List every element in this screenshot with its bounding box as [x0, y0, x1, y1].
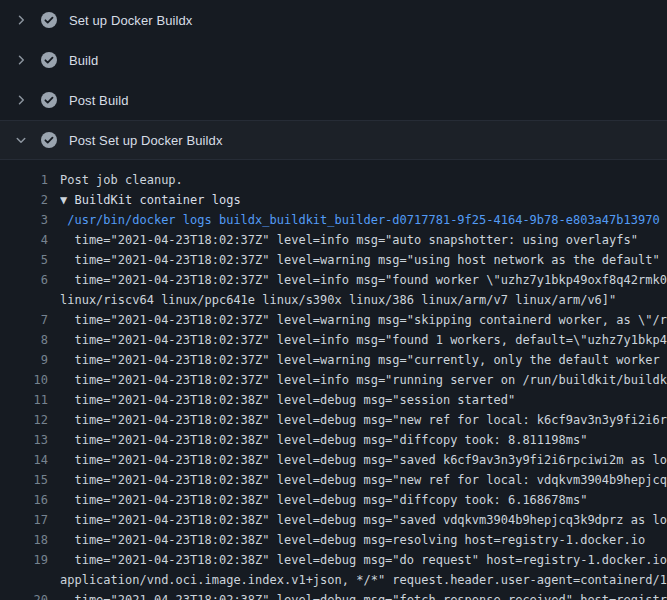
line-text: linux/riscv64 linux/ppc641e linux/s390x … — [60, 290, 667, 310]
line-number[interactable]: 11 — [0, 390, 48, 410]
log-line: 1 Post job cleanup. — [0, 170, 667, 190]
line-text: time="2021-04-23T18:02:38Z" level=debug … — [60, 590, 667, 600]
line-text: Post job cleanup. — [60, 170, 667, 190]
steps-list: Set up Docker Buildx Build Post Build Po… — [0, 0, 667, 160]
log-line: 3 /usr/bin/docker logs buildx_buildkit_b… — [0, 210, 667, 230]
line-text: time="2021-04-23T18:02:38Z" level=debug … — [60, 390, 667, 410]
log-line: 6 time="2021-04-23T18:02:37Z" level=info… — [0, 270, 667, 290]
log-line: 17 time="2021-04-23T18:02:38Z" level=deb… — [0, 510, 667, 530]
line-text: time="2021-04-23T18:02:37Z" level=info m… — [60, 230, 667, 250]
collapse-triangle-icon[interactable]: ▼ — [60, 193, 74, 207]
log-line: 8 time="2021-04-23T18:02:37Z" level=info… — [0, 330, 667, 350]
chevron-right-icon — [13, 12, 29, 28]
line-number[interactable]: 19 — [0, 550, 48, 570]
line-number[interactable]: 14 — [0, 450, 48, 470]
section-header-set-up-docker-buildx[interactable]: Set up Docker Buildx — [0, 0, 667, 40]
line-text: time="2021-04-23T18:02:37Z" level=warnin… — [60, 250, 667, 270]
line-number[interactable]: 5 — [0, 250, 48, 270]
line-number[interactable] — [0, 570, 48, 590]
line-number[interactable]: 16 — [0, 490, 48, 510]
section-header-post-build[interactable]: Post Build — [0, 80, 667, 120]
check-circle-icon — [41, 12, 57, 28]
line-number[interactable]: 20 — [0, 590, 48, 600]
log-line: 20 time="2021-04-23T18:02:38Z" level=deb… — [0, 590, 667, 600]
line-text: ▼ BuildKit container logs — [60, 190, 667, 210]
line-text: time="2021-04-23T18:02:38Z" level=debug … — [60, 510, 667, 530]
line-number[interactable]: 10 — [0, 370, 48, 390]
log-lines: 1 Post job cleanup. 2 ▼ BuildKit contain… — [0, 160, 667, 600]
line-number[interactable]: 8 — [0, 330, 48, 350]
line-number[interactable]: 17 — [0, 510, 48, 530]
log-line: 2 ▼ BuildKit container logs — [0, 190, 667, 210]
section-label: Post Set up Docker Buildx — [69, 133, 223, 148]
log-line: 5 time="2021-04-23T18:02:37Z" level=warn… — [0, 250, 667, 270]
line-number[interactable]: 18 — [0, 530, 48, 550]
check-circle-icon — [41, 132, 57, 148]
log-line: 11 time="2021-04-23T18:02:38Z" level=deb… — [0, 390, 667, 410]
line-text: application/vnd.oci.image.index.v1+json,… — [60, 570, 667, 590]
log-line: 14 time="2021-04-23T18:02:38Z" level=deb… — [0, 450, 667, 470]
line-number[interactable]: 1 — [0, 170, 48, 190]
line-number[interactable]: 13 — [0, 430, 48, 450]
check-circle-icon — [41, 52, 57, 68]
line-text: time="2021-04-23T18:02:37Z" level=warnin… — [60, 350, 667, 370]
line-number[interactable]: 2 — [0, 190, 48, 210]
line-text: time="2021-04-23T18:02:38Z" level=debug … — [60, 530, 667, 550]
line-text: time="2021-04-23T18:02:38Z" level=debug … — [60, 470, 667, 490]
chevron-down-icon — [13, 132, 29, 148]
log-line: 13 time="2021-04-23T18:02:38Z" level=deb… — [0, 430, 667, 450]
section-label: Post Build — [69, 93, 129, 108]
line-number[interactable]: 3 — [0, 210, 48, 230]
log-line: 10 time="2021-04-23T18:02:37Z" level=inf… — [0, 370, 667, 390]
section-header-build[interactable]: Build — [0, 40, 667, 80]
line-number[interactable]: 15 — [0, 470, 48, 490]
line-text: time="2021-04-23T18:02:37Z" level=warnin… — [60, 310, 667, 330]
line-text: time="2021-04-23T18:02:38Z" level=debug … — [60, 430, 667, 450]
log-line: linux/riscv64 linux/ppc641e linux/s390x … — [0, 290, 667, 310]
log-line: 15 time="2021-04-23T18:02:38Z" level=deb… — [0, 470, 667, 490]
line-text: time="2021-04-23T18:02:38Z" level=debug … — [60, 410, 667, 430]
log-line: 7 time="2021-04-23T18:02:37Z" level=warn… — [0, 310, 667, 330]
log-line: 16 time="2021-04-23T18:02:38Z" level=deb… — [0, 490, 667, 510]
chevron-right-icon — [13, 52, 29, 68]
line-number[interactable]: 9 — [0, 350, 48, 370]
line-number[interactable]: 6 — [0, 270, 48, 290]
line-text: time="2021-04-23T18:02:38Z" level=debug … — [60, 550, 667, 570]
line-number[interactable]: 12 — [0, 410, 48, 430]
line-text: time="2021-04-23T18:02:38Z" level=debug … — [60, 490, 667, 510]
section-label: Set up Docker Buildx — [69, 13, 192, 28]
check-circle-icon — [41, 92, 57, 108]
log-line: 12 time="2021-04-23T18:02:38Z" level=deb… — [0, 410, 667, 430]
line-text: time="2021-04-23T18:02:37Z" level=info m… — [60, 370, 667, 390]
line-text: time="2021-04-23T18:02:38Z" level=debug … — [60, 450, 667, 470]
chevron-right-icon — [13, 92, 29, 108]
line-text: /usr/bin/docker logs buildx_buildkit_bui… — [60, 210, 667, 230]
line-number[interactable]: 4 — [0, 230, 48, 250]
log-line: 18 time="2021-04-23T18:02:38Z" level=deb… — [0, 530, 667, 550]
log-line: 4 time="2021-04-23T18:02:37Z" level=info… — [0, 230, 667, 250]
line-number[interactable] — [0, 290, 48, 310]
log-line: 19 time="2021-04-23T18:02:38Z" level=deb… — [0, 550, 667, 570]
line-number[interactable]: 7 — [0, 310, 48, 330]
section-label: Build — [69, 53, 98, 68]
log-line: 9 time="2021-04-23T18:02:37Z" level=warn… — [0, 350, 667, 370]
log-line: application/vnd.oci.image.index.v1+json,… — [0, 570, 667, 590]
line-text: time="2021-04-23T18:02:37Z" level=info m… — [60, 330, 667, 350]
line-text: time="2021-04-23T18:02:37Z" level=info m… — [60, 270, 667, 290]
section-header-post-set-up-docker-buildx[interactable]: Post Set up Docker Buildx — [0, 120, 667, 160]
